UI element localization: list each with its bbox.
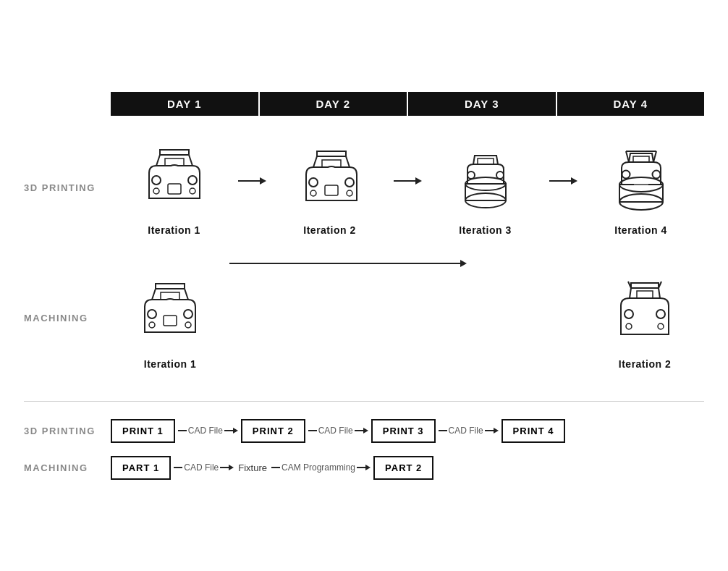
mach-iter-2-label: Iteration 2 (619, 358, 671, 370)
mach-iter-2-img (601, 274, 688, 354)
section-divider (24, 401, 704, 402)
mach-iter-1-label: Iteration 1 (144, 358, 196, 370)
mach-cad-label: CAD File (184, 462, 219, 473)
day-header: DAY 1 DAY 2 DAY 3 DAY 4 (111, 92, 704, 116)
process-printing-content: PRINT 1 CAD File PRINT 2 CAD File (111, 419, 704, 443)
cad-label-2: CAD File (318, 426, 353, 436)
print-iter-1: Iteration 1 (111, 140, 237, 236)
svg-point-30 (658, 323, 664, 329)
svg-point-3 (190, 188, 195, 194)
print-iter-1-label: Iteration 1 (148, 224, 200, 236)
svg-point-1 (188, 176, 197, 185)
process-printing-row: 3D PRINTING PRINT 1 CAD File PRINT 2 CAD… (24, 419, 704, 443)
fixture-text: Fixture (238, 462, 267, 473)
print-iter-2-label: Iteration 2 (303, 224, 355, 236)
svg-point-22 (148, 310, 156, 318)
svg-point-8 (347, 190, 352, 196)
process-machining-row: MACHINING PART 1 CAD File Fixture CAM Pr… (24, 456, 704, 480)
print-proc-arrow-2: CAD File (308, 426, 368, 436)
svg-point-29 (626, 323, 632, 329)
svg-point-24 (149, 322, 155, 328)
day-3-label: DAY 3 (408, 92, 557, 116)
svg-point-20 (652, 170, 660, 178)
cam-label: CAM Programming (282, 462, 355, 473)
print-arrow-2 (393, 177, 422, 185)
print-box-4: PRINT 4 (501, 419, 566, 443)
mach-proc-arrow-2: CAM Programming (271, 462, 371, 473)
print-iter-3-label: Iteration 3 (459, 224, 511, 236)
svg-rect-9 (325, 185, 338, 195)
process-machining-content: PART 1 CAD File Fixture CAM Programming (111, 456, 704, 480)
mach-iter-2: Iteration 2 (585, 274, 704, 370)
day-1-label: DAY 1 (111, 92, 260, 116)
svg-point-27 (625, 310, 633, 318)
print-iter-1-img (131, 140, 218, 220)
day-4-label: DAY 4 (557, 92, 705, 116)
mach-long-arrow (229, 260, 467, 267)
svg-point-15 (496, 172, 504, 179)
print-iter-3: Iteration 3 (422, 140, 549, 236)
print-iter-4-label: Iteration 4 (614, 224, 666, 236)
printing-label: 3D PRINTING (24, 182, 111, 193)
svg-point-2 (153, 188, 159, 194)
day-2-label: DAY 2 (260, 92, 409, 116)
svg-point-5 (309, 178, 318, 187)
process-printing-label: 3D PRINTING (24, 426, 111, 436)
print-proc-arrow-3: CAD File (439, 426, 499, 436)
print-iter-4-img (598, 140, 685, 220)
print-iter-3-img (442, 140, 529, 220)
cad-label-3: CAD File (449, 426, 483, 436)
machining-content: Iteration 1 (111, 267, 704, 370)
printing-content: Iteration 1 (111, 140, 704, 236)
mach-box-2: PART 2 (373, 456, 433, 480)
svg-rect-26 (164, 316, 177, 326)
svg-point-23 (184, 310, 192, 318)
svg-point-28 (656, 310, 665, 318)
process-machining-label: MACHINING (24, 462, 111, 473)
cad-label-1: CAD File (188, 426, 223, 436)
print-box-3: PRINT 3 (371, 419, 436, 443)
print-iter-4: Iteration 4 (577, 140, 704, 236)
mach-box-1: PART 1 (111, 456, 171, 480)
print-arrow-3 (549, 177, 577, 185)
svg-point-7 (310, 190, 316, 196)
print-proc-arrow-1: CAD File (178, 426, 238, 436)
svg-point-25 (185, 322, 191, 328)
svg-rect-12 (465, 184, 506, 200)
print-iter-2: Iteration 2 (266, 140, 393, 236)
svg-point-0 (152, 176, 161, 185)
svg-rect-4 (168, 184, 181, 194)
mach-proc-arrow-1: CAD File (174, 462, 234, 473)
svg-point-19 (622, 170, 630, 178)
mach-iter-1: Iteration 1 (111, 274, 229, 370)
print-box-2: PRINT 2 (241, 419, 305, 443)
print-arrow-1 (237, 177, 266, 185)
machining-row: MACHINING Itera (24, 253, 704, 384)
print-box-1: PRINT 1 (111, 419, 175, 443)
page: DAY 1 DAY 2 DAY 3 DAY 4 3D PRINTING (17, 77, 711, 494)
printing-row: 3D PRINTING (24, 130, 704, 246)
print-iter-2-img (287, 140, 373, 220)
svg-point-6 (345, 178, 354, 187)
mach-iter-1-img (127, 274, 213, 354)
process-section: 3D PRINTING PRINT 1 CAD File PRINT 2 CAD… (24, 419, 704, 480)
machining-label: MACHINING (24, 313, 111, 323)
svg-point-14 (467, 172, 475, 179)
